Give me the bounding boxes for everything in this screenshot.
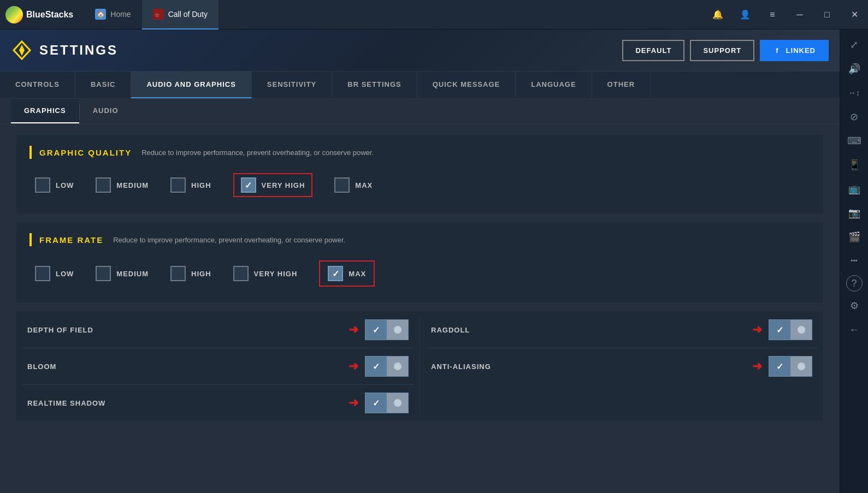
ragdoll-toggle[interactable]: ✓ (769, 319, 812, 340)
more-dots-icon[interactable]: ••• (845, 251, 864, 271)
support-button[interactable]: SUPPORT (690, 40, 754, 61)
title-bar-actions: 🔔 👤 ≡ ─ □ ✕ (710, 7, 863, 23)
tv-sidebar-icon[interactable]: 📺 (845, 179, 864, 199)
tab-language[interactable]: LANGUAGE (516, 72, 592, 98)
tab-cod-label: Call of Duty (168, 10, 208, 19)
tab-controls[interactable]: CONTROLS (0, 72, 75, 98)
sub-tab-graphics[interactable]: GRAPHICS (11, 99, 79, 123)
depth-of-field-arrow: ➜ (349, 323, 358, 337)
bluestacks-icon (5, 6, 23, 23)
toggle-ragdoll: RAGDOLL ➜ ✓ (426, 312, 818, 348)
realtime-shadow-toggle[interactable]: ✓ (365, 393, 409, 413)
framerate-option-very-high[interactable]: VERY HIGH (233, 266, 298, 281)
bloom-controls: ➜ ✓ (349, 356, 409, 377)
graphic-quality-title-row: GRAPHIC QUALITY Reduce to improve perfor… (29, 146, 810, 159)
minimize-button[interactable]: ─ (792, 7, 808, 23)
frame-rate-title-row: FRAME RATE Reduce to improve performance… (29, 233, 810, 246)
hamburger-icon[interactable]: ≡ (764, 7, 781, 23)
quality-checkbox-high[interactable] (170, 177, 186, 193)
toggle-realtime-shadow: REALTIME SHADOW ➜ ✓ (22, 384, 414, 421)
back-sidebar-icon[interactable]: ← (845, 320, 864, 340)
tab-br-settings[interactable]: BR SETTINGS (332, 72, 417, 98)
frame-rate-desc: Reduce to improve performance, prevent o… (113, 236, 345, 244)
quality-checkbox-low[interactable] (35, 177, 50, 193)
framerate-option-medium[interactable]: MEDIUM (96, 266, 149, 281)
framerate-option-high[interactable]: HIGH (170, 266, 211, 281)
framerate-label-high: HIGH (191, 270, 211, 278)
film-sidebar-icon[interactable]: 🎬 (845, 227, 864, 247)
quality-option-very-high[interactable]: VERY HIGH (233, 173, 313, 197)
ragdoll-arrow: ➜ (752, 323, 762, 337)
depth-of-field-toggle[interactable]: ✓ (365, 319, 409, 340)
realtime-shadow-label: REALTIME SHADOW (27, 399, 105, 407)
quality-label-low: LOW (56, 181, 74, 189)
toggle-anti-aliasing: ANTI-ALIASING ➜ ✓ (426, 348, 818, 384)
graphic-quality-title: GRAPHIC QUALITY (39, 148, 132, 157)
framerate-checkbox-medium[interactable] (96, 266, 111, 281)
graphic-quality-bar (29, 146, 32, 159)
tab-basic[interactable]: BASIC (75, 72, 131, 98)
home-icon: 🏠 (95, 9, 106, 20)
anti-aliasing-toggle[interactable]: ✓ (769, 356, 812, 377)
framerate-option-max[interactable]: MAX (319, 260, 375, 287)
tab-audio-graphics[interactable]: AUDIO AND GRAPHICS (131, 72, 251, 98)
bloom-toggle[interactable]: ✓ (365, 356, 409, 377)
tab-cod[interactable]: ☆ Call of Duty (142, 0, 219, 29)
account-icon[interactable]: 👤 (737, 7, 753, 23)
main-layout: SETTINGS DEFAULT SUPPORT f LINKED CONTRO… (0, 29, 868, 493)
linked-button[interactable]: f LINKED (760, 40, 829, 61)
cod-icon: ☆ (153, 9, 164, 20)
facebook-icon: f (773, 45, 781, 56)
framerate-checkbox-high[interactable] (170, 266, 186, 281)
phone-sidebar-icon[interactable]: 📱 (845, 155, 864, 175)
frame-rate-title: FRAME RATE (39, 235, 103, 245)
frame-rate-bar (29, 233, 32, 246)
ragdoll-toggle-check: ✓ (769, 320, 790, 340)
framerate-checkbox-very-high[interactable] (233, 266, 249, 281)
default-button[interactable]: DEFAULT (622, 40, 684, 61)
maximize-button[interactable]: □ (819, 7, 835, 23)
bloom-label: BLOOM (27, 363, 56, 371)
framerate-label-max: MAX (349, 270, 366, 278)
notification-icon[interactable]: 🔔 (710, 7, 726, 23)
frame-rate-row: LOW MEDIUM HIGH VERY HIGH (29, 255, 810, 292)
help-icon[interactable]: ? (846, 275, 863, 292)
tab-other[interactable]: OTHER (592, 72, 651, 98)
close-button[interactable]: ✕ (846, 7, 863, 23)
camera-sidebar-icon[interactable]: 📷 (845, 203, 864, 223)
volume-icon[interactable]: 🔊 (845, 59, 864, 79)
quality-option-medium[interactable]: MEDIUM (96, 177, 149, 193)
graphic-quality-desc: Reduce to improve performance, prevent o… (141, 149, 374, 157)
frame-rate-section: FRAME RATE Reduce to improve performance… (16, 222, 823, 303)
nav-tabs: CONTROLS BASIC AUDIO AND GRAPHICS SENSIT… (0, 72, 840, 99)
quality-label-max: MAX (355, 181, 373, 189)
keyboard-sidebar-icon[interactable]: ⌨ (845, 131, 864, 151)
sub-tab-audio[interactable]: AUDIO (80, 99, 132, 123)
tab-sensitivity[interactable]: SENSITIVITY (252, 72, 332, 98)
quality-checkbox-very-high[interactable] (241, 177, 256, 193)
tab-home[interactable]: 🏠 Home (84, 0, 141, 29)
app-logo: BlueStacks (5, 6, 73, 23)
expand-sidebar-icon[interactable]: ⤢ (845, 35, 864, 55)
sub-tabs: GRAPHICS AUDIO (0, 99, 840, 124)
anti-aliasing-label: ANTI-ALIASING (431, 363, 491, 371)
framerate-label-medium: MEDIUM (116, 270, 149, 278)
framerate-checkbox-max[interactable] (328, 266, 343, 281)
toggle-check-icon: ✓ (365, 320, 387, 340)
framerate-option-low[interactable]: LOW (35, 266, 74, 281)
quality-option-max[interactable]: MAX (334, 177, 373, 193)
quality-checkbox-medium[interactable] (96, 177, 111, 193)
depth-of-field-controls: ➜ ✓ (349, 319, 409, 340)
bloom-arrow: ➜ (349, 359, 358, 373)
quality-option-low[interactable]: LOW (35, 177, 74, 193)
framerate-checkbox-low[interactable] (35, 266, 50, 281)
slash-circle-icon[interactable]: ⊘ (845, 107, 864, 127)
tab-quick-message[interactable]: QUICK MESSAGE (417, 72, 516, 98)
aa-toggle-circle (790, 357, 812, 376)
quality-checkbox-max[interactable] (334, 177, 350, 193)
gear-sidebar-icon[interactable]: ⚙ (845, 296, 864, 316)
arrows-icon[interactable]: ↔↕ (845, 83, 864, 103)
ragdoll-toggle-circle (790, 320, 812, 340)
quality-option-high[interactable]: HIGH (170, 177, 211, 193)
content-area: SETTINGS DEFAULT SUPPORT f LINKED CONTRO… (0, 29, 840, 493)
